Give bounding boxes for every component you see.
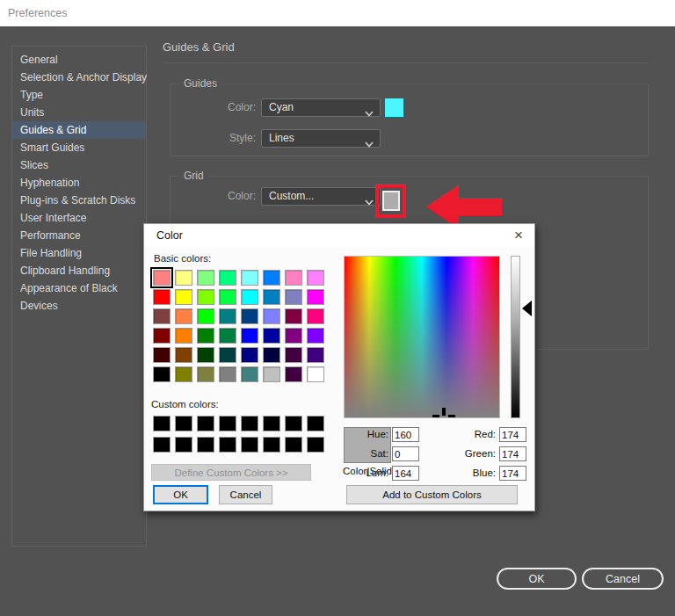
color-swatch[interactable]: [175, 308, 192, 324]
cancel-button[interactable]: Cancel: [582, 568, 664, 590]
sidebar-item-performance[interactable]: Performance: [12, 227, 146, 244]
color-swatch[interactable]: [153, 289, 171, 305]
color-swatch[interactable]: [241, 366, 258, 382]
color-swatch[interactable]: [307, 347, 324, 363]
color-swatch[interactable]: [153, 437, 171, 453]
define-custom-colors-button[interactable]: Define Custom Colors >>: [151, 464, 311, 481]
color-swatch[interactable]: [307, 270, 324, 286]
color-swatch[interactable]: [241, 308, 258, 324]
color-swatch[interactable]: [153, 416, 171, 431]
ok-button[interactable]: OK: [497, 568, 577, 590]
color-dialog-ok-button[interactable]: OK: [153, 485, 208, 504]
color-swatch[interactable]: [197, 416, 214, 431]
color-swatch[interactable]: [153, 347, 171, 363]
sidebar-item-devices[interactable]: Devices: [12, 297, 146, 315]
color-swatch[interactable]: [285, 437, 302, 453]
luminance-slider[interactable]: [511, 256, 520, 418]
hue-input[interactable]: [392, 427, 419, 442]
guides-color-swatch[interactable]: [385, 98, 403, 117]
luminance-slider-handle[interactable]: [522, 301, 532, 316]
color-swatch[interactable]: [197, 270, 214, 286]
sidebar-item-general[interactable]: General: [12, 51, 146, 69]
color-swatch[interactable]: [307, 308, 324, 324]
color-swatch[interactable]: [153, 366, 171, 382]
color-swatch[interactable]: [241, 416, 258, 431]
sidebar-item-smart-guides[interactable]: Smart Guides: [12, 139, 146, 156]
hue-saturation-field[interactable]: [344, 256, 500, 418]
lum-input[interactable]: [392, 466, 419, 481]
sidebar-item-user-interface[interactable]: User Interface: [12, 209, 146, 227]
sidebar-item-appearance-of-black[interactable]: Appearance of Black: [12, 279, 146, 297]
color-swatch[interactable]: [285, 270, 302, 286]
color-swatch[interactable]: [219, 308, 236, 324]
color-swatch[interactable]: [219, 366, 236, 382]
add-to-custom-colors-button[interactable]: Add to Custom Colors: [346, 485, 518, 504]
sat-input[interactable]: [392, 446, 419, 461]
color-swatch[interactable]: [263, 308, 280, 324]
sidebar-item-file-handling[interactable]: File Handling: [12, 244, 146, 262]
color-swatch[interactable]: [263, 328, 280, 344]
color-swatch[interactable]: [219, 437, 236, 453]
red-input[interactable]: [499, 427, 526, 442]
color-swatch[interactable]: [285, 308, 302, 324]
grid-color-dropdown[interactable]: Custom...: [261, 187, 381, 206]
sidebar-item-hyphenation[interactable]: Hyphenation: [12, 174, 146, 192]
color-swatch[interactable]: [219, 270, 236, 286]
color-swatch[interactable]: [241, 437, 258, 453]
color-swatch[interactable]: [263, 366, 280, 382]
sidebar-item-slices[interactable]: Slices: [12, 156, 146, 174]
color-swatch[interactable]: [175, 366, 192, 382]
color-swatch[interactable]: [175, 289, 192, 305]
color-swatch[interactable]: [263, 437, 280, 453]
sidebar-item-clipboard-handling[interactable]: Clipboard Handling: [12, 262, 146, 279]
color-swatch[interactable]: [175, 270, 192, 286]
color-swatch[interactable]: [219, 347, 236, 363]
color-swatch[interactable]: [219, 416, 236, 431]
color-swatch[interactable]: [263, 289, 280, 305]
sidebar-item-plug-ins-scratch-disks[interactable]: Plug-ins & Scratch Disks: [12, 192, 146, 209]
sidebar-item-type[interactable]: Type: [12, 86, 146, 104]
color-swatch[interactable]: [241, 328, 258, 344]
close-icon[interactable]: ×: [511, 226, 526, 245]
color-swatch[interactable]: [285, 416, 302, 431]
color-swatch[interactable]: [307, 416, 324, 431]
color-swatch[interactable]: [307, 328, 324, 344]
color-swatch[interactable]: [307, 366, 324, 382]
color-swatch[interactable]: [307, 289, 324, 305]
color-swatch[interactable]: [219, 328, 236, 344]
sidebar-item-units[interactable]: Units: [12, 104, 146, 121]
guides-color-dropdown[interactable]: Cyan: [261, 98, 381, 117]
color-swatch[interactable]: [197, 437, 214, 453]
color-swatch[interactable]: [241, 289, 258, 305]
sidebar-item-guides-grid[interactable]: Guides & Grid: [12, 121, 146, 139]
color-dialog-cancel-button[interactable]: Cancel: [219, 485, 272, 504]
color-swatch[interactable]: [285, 289, 302, 305]
color-swatch[interactable]: [285, 328, 302, 344]
color-swatch[interactable]: [197, 308, 214, 324]
color-swatch[interactable]: [175, 328, 192, 344]
color-swatch[interactable]: [241, 347, 258, 363]
blue-input[interactable]: [499, 466, 526, 481]
color-swatch[interactable]: [263, 347, 280, 363]
color-swatch[interactable]: [263, 270, 280, 286]
color-swatch[interactable]: [153, 270, 171, 286]
color-swatch[interactable]: [219, 289, 236, 305]
color-dialog-titlebar[interactable]: Color ×: [144, 224, 534, 247]
grid-color-swatch[interactable]: [382, 191, 400, 211]
color-swatch[interactable]: [263, 416, 280, 431]
color-swatch[interactable]: [197, 328, 214, 344]
color-swatch[interactable]: [197, 347, 214, 363]
color-swatch[interactable]: [175, 416, 192, 431]
color-swatch[interactable]: [153, 328, 171, 344]
color-swatch[interactable]: [241, 270, 258, 286]
color-swatch[interactable]: [285, 347, 302, 363]
color-swatch[interactable]: [197, 289, 214, 305]
color-swatch[interactable]: [285, 366, 302, 382]
color-swatch[interactable]: [175, 437, 192, 453]
color-swatch[interactable]: [197, 366, 214, 382]
color-swatch[interactable]: [307, 437, 324, 453]
guides-style-dropdown[interactable]: Lines: [261, 129, 381, 148]
sidebar-item-selection-anchor-display[interactable]: Selection & Anchor Display: [12, 69, 146, 86]
color-swatch[interactable]: [175, 347, 192, 363]
color-swatch[interactable]: [153, 308, 171, 324]
